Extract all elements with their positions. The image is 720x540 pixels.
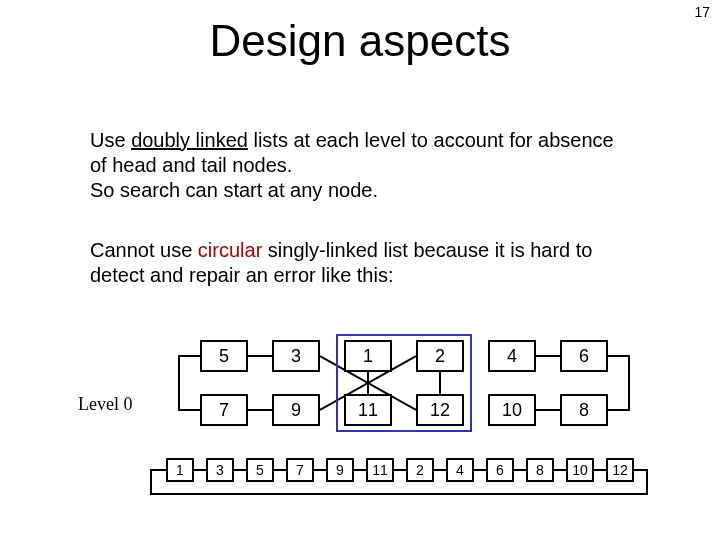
- node-bottom-2: 5: [246, 458, 274, 482]
- link-b-0-1: [194, 469, 206, 471]
- node-top-2: 1: [344, 340, 392, 372]
- link-b-10-11: [594, 469, 606, 471]
- node-mid-2: 11: [344, 394, 392, 426]
- link-top-4-5: [536, 355, 560, 357]
- node-top-1: 3: [272, 340, 320, 372]
- link-b-4-5: [354, 469, 366, 471]
- page-number: 17: [694, 4, 710, 20]
- node-bottom-6: 2: [406, 458, 434, 482]
- slide-title: Design aspects: [0, 16, 720, 66]
- node-bottom-0: 1: [166, 458, 194, 482]
- p1-prefix: Use: [90, 129, 131, 151]
- wrap-right-top-h: [608, 355, 630, 357]
- link-1-11: [367, 372, 369, 394]
- wrap-right-bot-h: [608, 409, 630, 411]
- level-label: Level 0: [78, 394, 132, 415]
- node-bottom-7: 4: [446, 458, 474, 482]
- wrap-b-left-v: [150, 469, 152, 495]
- link-mid-4-5: [536, 409, 560, 411]
- node-mid-3: 12: [416, 394, 464, 426]
- link-2-12: [439, 372, 441, 394]
- wrap-right-v: [628, 355, 630, 411]
- wrap-b-right-v: [646, 469, 648, 495]
- node-bottom-11: 12: [606, 458, 634, 482]
- link-b-8-9: [514, 469, 526, 471]
- link-b-1-2: [234, 469, 246, 471]
- link-b-6-7: [434, 469, 446, 471]
- node-top-4: 4: [488, 340, 536, 372]
- wrap-b-left-h: [150, 469, 166, 471]
- node-bottom-8: 6: [486, 458, 514, 482]
- link-top-0-1: [248, 355, 272, 357]
- p1-underlined: doubly linked: [131, 129, 248, 151]
- node-mid-4: 10: [488, 394, 536, 426]
- wrap-left-v: [178, 355, 180, 411]
- wrap-left-bot-h: [178, 409, 200, 411]
- wrap-b-bottom-h: [150, 493, 648, 495]
- wrap-left-top-h: [178, 355, 200, 357]
- link-mid-0-1: [248, 409, 272, 411]
- node-mid-5: 8: [560, 394, 608, 426]
- node-mid-1: 9: [272, 394, 320, 426]
- link-b-5-6: [394, 469, 406, 471]
- paragraph-1: Use doubly linked lists at each level to…: [90, 128, 630, 203]
- wrap-b-right-h: [634, 469, 648, 471]
- node-bottom-9: 8: [526, 458, 554, 482]
- link-b-7-8: [474, 469, 486, 471]
- paragraph-2: Cannot use circular singly-linked list b…: [90, 238, 630, 288]
- node-top-5: 6: [560, 340, 608, 372]
- node-top-0: 5: [200, 340, 248, 372]
- p2-prefix: Cannot use: [90, 239, 198, 261]
- node-bottom-1: 3: [206, 458, 234, 482]
- link-b-9-10: [554, 469, 566, 471]
- node-bottom-4: 9: [326, 458, 354, 482]
- node-mid-0: 7: [200, 394, 248, 426]
- node-bottom-3: 7: [286, 458, 314, 482]
- link-b-2-3: [274, 469, 286, 471]
- node-bottom-5: 11: [366, 458, 394, 482]
- link-b-3-4: [314, 469, 326, 471]
- linked-list-diagram: Level 0 5 3 1 2 4 6 7 9 11 12 10 8 1 3 5…: [0, 330, 720, 530]
- node-bottom-10: 10: [566, 458, 594, 482]
- p2-red: circular: [198, 239, 262, 261]
- node-top-3: 2: [416, 340, 464, 372]
